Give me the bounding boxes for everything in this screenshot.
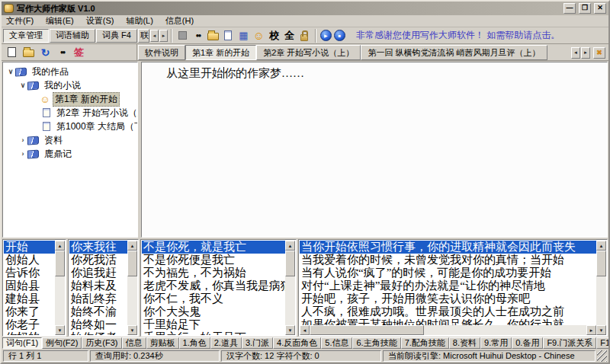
- toolbar-tab-dictionary[interactable]: 词典 F4: [96, 29, 137, 43]
- tab-sects[interactable]: 3.门派: [242, 337, 273, 349]
- list-item[interactable]: 告诉你: [4, 267, 55, 279]
- tab-sect-relations-f9[interactable]: F9.门派关系: [543, 337, 596, 349]
- list-item[interactable]: 不为福先，不为祸始: [142, 267, 285, 279]
- open-folder-icon[interactable]: [21, 45, 36, 59]
- doc-tab-chapter1[interactable]: 第1章 新的开始: [185, 45, 256, 60]
- list-item[interactable]: 人不疯，很难成功哦。世界最顶尖的人士在成功之前: [300, 305, 596, 318]
- menu-assist[interactable]: 辅助(L): [126, 15, 152, 27]
- tab-spin-right-icon[interactable]: ►: [159, 30, 168, 42]
- list-item[interactable]: 固始县: [4, 279, 55, 292]
- scrollbar-thumb[interactable]: [596, 251, 606, 276]
- tab-spare[interactable]: 0.备用: [512, 337, 543, 349]
- list-item[interactable]: 你死我活: [69, 254, 127, 267]
- list-item[interactable]: 你追我赶: [69, 267, 127, 279]
- list-item[interactable]: 开始吧，孩子，开始用微笑去认识你的母亲吧: [300, 292, 596, 305]
- close-button[interactable]: ✕: [594, 3, 606, 14]
- scroll-down-icon[interactable]: ▼: [596, 325, 606, 335]
- list-item[interactable]: 始终如一: [69, 318, 127, 331]
- document-icon[interactable]: [221, 28, 236, 43]
- list-item[interactable]: 你妈的: [4, 331, 55, 335]
- scroll-down-icon[interactable]: ▼: [285, 325, 295, 335]
- new-document-icon[interactable]: [5, 45, 19, 59]
- vertical-scrollbar[interactable]: ▲ ▼: [127, 241, 137, 335]
- list-item[interactable]: 对付“上课走神”最好的办法就是“让你的神尽情地: [300, 279, 596, 292]
- resize-grip[interactable]: [597, 350, 607, 362]
- doc-tab-software-readme[interactable]: 软件说明: [138, 45, 185, 60]
- scroll-right-icon[interactable]: ►: [586, 325, 596, 335]
- vertical-scrollbar[interactable]: ▲ ▼: [596, 241, 606, 335]
- list-item[interactable]: 建始县: [4, 292, 55, 305]
- scrollbar-thumb[interactable]: [127, 251, 137, 276]
- tab-characters[interactable]: 1.角色: [179, 337, 210, 349]
- sign-button[interactable]: 签: [72, 45, 86, 59]
- help-message-link[interactable]: 非常感谢您使用写作大师软件！ 如需帮助请点击。: [356, 29, 560, 42]
- scrollbar-thumb[interactable]: [310, 325, 424, 335]
- toolbar-tab-clipped[interactable]: 联: [138, 29, 149, 43]
- list-item[interactable]: 始作俑者: [69, 331, 127, 335]
- list-item[interactable]: 创始人: [4, 254, 55, 267]
- tab-materials[interactable]: 8.资料: [449, 337, 480, 349]
- menu-file[interactable]: 文件(F): [6, 15, 34, 27]
- search-icon[interactable]: ●●: [55, 45, 69, 59]
- scroll-down-icon[interactable]: ▼: [55, 325, 65, 335]
- list-item[interactable]: 开始: [4, 241, 55, 254]
- list-item[interactable]: 你不仁，我不义: [142, 292, 285, 305]
- tab-info-5[interactable]: 5.信息: [321, 337, 352, 349]
- list-item[interactable]: 你老子: [4, 318, 55, 331]
- color-swatch-icon[interactable]: [175, 28, 190, 43]
- expander-closed-icon[interactable]: ›: [18, 150, 27, 158]
- list-item[interactable]: 如果你被置于某种地位的时间足够长久，你的行为就: [300, 318, 596, 325]
- proofread-button[interactable]: 校: [267, 28, 281, 43]
- list-item[interactable]: 千里始足下: [142, 318, 285, 331]
- tree-item-materials[interactable]: › 资料: [3, 133, 137, 147]
- tab-support-skills[interactable]: 7.配角技能: [401, 337, 449, 349]
- lock-icon[interactable]: [297, 28, 312, 43]
- list-item[interactable]: 你来了: [4, 305, 55, 318]
- list-item[interactable]: 你来我往: [69, 241, 127, 254]
- vertical-scrollbar[interactable]: ▲ ▼: [285, 241, 295, 335]
- scroll-left-icon[interactable]: ◄: [300, 325, 310, 335]
- close-document-icon[interactable]: ✖: [593, 47, 605, 59]
- tab-info[interactable]: 信息: [122, 337, 146, 349]
- list-item[interactable]: 千里之行，始于足下: [142, 331, 285, 335]
- tree-item-chapter2[interactable]: 第2章 开始写小说（上）: [3, 106, 137, 120]
- word-count-grid-icon[interactable]: ▦: [236, 28, 251, 43]
- smiley-icon[interactable]: ☺: [252, 28, 266, 43]
- toolbar-tab-article-manage[interactable]: 文章管理: [3, 29, 49, 43]
- editor-area[interactable]: 从这里开始你的作家梦……: [141, 62, 608, 238]
- expander-closed-icon[interactable]: ›: [18, 136, 27, 144]
- tree-item-my-works[interactable]: ∨ 我的作品: [3, 65, 137, 78]
- doc-tab-chapter2[interactable]: 第2章 开始写小说（上）: [256, 45, 361, 60]
- search-icon[interactable]: ●●: [191, 28, 205, 43]
- list-item[interactable]: 老虎不发威，你真当我是病猫: [142, 279, 285, 292]
- scroll-down-icon[interactable]: ▼: [127, 325, 137, 335]
- scroll-up-icon[interactable]: ▲: [596, 241, 606, 251]
- tab-hero-skills[interactable]: 6.主角技能: [352, 337, 400, 349]
- tab-history-f3[interactable]: 历史(F3): [82, 337, 121, 349]
- expander-open-icon[interactable]: ∨: [18, 81, 27, 89]
- scroll-up-icon[interactable]: ▲: [127, 241, 137, 251]
- list-item[interactable]: 始料未及: [69, 279, 127, 292]
- scroll-up-icon[interactable]: ▲: [55, 241, 65, 251]
- list-item[interactable]: 不是你死，就是我亡: [142, 241, 285, 254]
- tree-item-my-novel[interactable]: ∨ 我的小说: [3, 78, 137, 92]
- maximize-button[interactable]: ❐: [579, 3, 591, 14]
- refresh-icon[interactable]: ↻: [38, 45, 53, 59]
- tab-common[interactable]: 9.常用: [480, 337, 512, 349]
- scroll-up-icon[interactable]: ▲: [285, 241, 295, 251]
- open-folder-icon[interactable]: [206, 28, 220, 43]
- read-aloud-stop-button[interactable]: ■: [334, 30, 345, 41]
- menu-info[interactable]: 信息(H): [165, 15, 194, 27]
- menu-settings[interactable]: 设置(S): [86, 15, 114, 27]
- tab-phrases-f1[interactable]: 词句(F1): [2, 337, 42, 349]
- list-item[interactable]: 当有人说你“疯了”的时候，可能是你的成功要开始: [300, 267, 596, 279]
- tab-clipboard[interactable]: 剪贴板: [146, 337, 179, 349]
- tab-villains[interactable]: 4.反面角色: [273, 337, 321, 349]
- tab-props[interactable]: 2.道具: [210, 337, 242, 349]
- toolbar-tab-word-assist[interactable]: 词语辅助: [50, 29, 95, 43]
- list-item[interactable]: 你个大头鬼: [142, 305, 285, 318]
- horizontal-scrollbar[interactable]: ◄ ►: [300, 325, 596, 335]
- expander-open-icon[interactable]: ∨: [6, 68, 15, 75]
- scrollbar-thumb[interactable]: [285, 251, 295, 276]
- tab-scroll-left-icon[interactable]: ◄: [571, 47, 580, 59]
